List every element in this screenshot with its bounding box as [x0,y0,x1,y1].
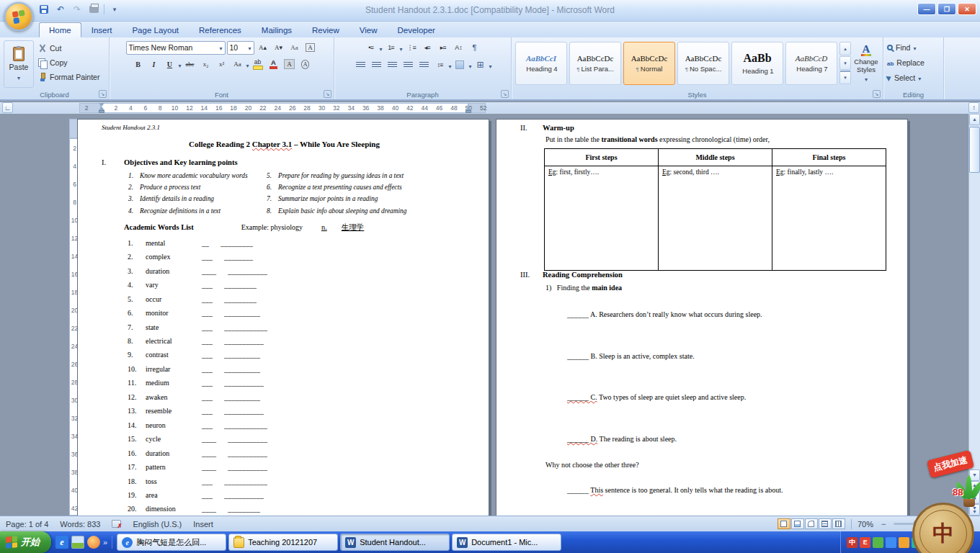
quick-launch-overflow-chevron[interactable]: » [103,538,107,547]
font-dialog-launcher[interactable] [324,90,331,98]
table-cell[interactable]: Eg: finally, lastly …. [772,166,886,271]
proofing-error-icon[interactable] [112,520,121,528]
left-indent-marker[interactable] [99,110,104,113]
sort-button[interactable] [452,40,466,55]
taskbar-window-button[interactable]: Teaching 20121207 [228,534,338,551]
style-card[interactable]: AaBbCcI Heading 4 [515,42,567,85]
style-card[interactable]: AaBbCcDc ¶List Para... [569,42,621,85]
style-card[interactable]: AaBbCcD Heading 7 [785,42,837,85]
document-page-1[interactable]: Student Handout 2.3.1 College Reading 2 … [77,119,489,516]
shrink-font-button[interactable] [272,40,286,55]
change-case-button[interactable] [231,57,245,71]
print-button[interactable] [87,3,100,16]
italic-button[interactable] [146,57,161,71]
ribbon-tab[interactable]: Developer [387,22,445,37]
enclose-characters-button[interactable] [298,57,313,71]
superscript-button[interactable] [215,57,229,71]
increase-indent-button[interactable] [436,40,450,55]
decrease-indent-button[interactable] [420,40,435,55]
chevron-down-icon[interactable] [468,58,471,71]
font-name-combo[interactable]: Times New Roman [126,41,226,55]
language-indicator[interactable]: English (U.S.) [133,520,182,529]
right-indent-box[interactable] [466,110,471,113]
tray-icon[interactable]: 中 [847,537,858,548]
chevron-down-icon[interactable] [178,58,181,71]
insert-mode-indicator[interactable]: Insert [193,520,213,529]
chevron-down-icon[interactable] [379,41,382,54]
draft-view-button[interactable] [832,518,845,529]
ribbon-tab[interactable]: View [349,22,388,37]
text-highlight-button[interactable] [251,57,265,71]
table-cell[interactable]: Eg: first, firstly…. [544,166,659,271]
justify-button[interactable] [401,58,415,72]
character-shading-button[interactable] [282,57,297,71]
grow-font-button[interactable] [256,40,270,55]
tray-icon[interactable] [899,537,909,548]
restore-button[interactable]: ❐ [937,3,956,15]
view-ruler-toggle-button[interactable] [968,102,979,113]
scrollbar-thumb[interactable] [969,127,980,173]
chevron-down-icon[interactable] [448,58,451,71]
bold-button[interactable] [130,57,145,71]
chevron-down-icon[interactable] [489,58,492,71]
ribbon-tab[interactable]: Mailings [251,22,302,37]
character-border-button[interactable] [303,40,318,55]
borders-button[interactable] [473,58,488,72]
copy-button[interactable]: Copy [37,56,101,69]
page-indicator[interactable]: Page: 1 of 4 [6,520,48,529]
strikethrough-button[interactable] [183,57,197,71]
office-button[interactable] [4,2,33,31]
ribbon-tab[interactable]: Review [302,22,349,37]
clipboard-dialog-launcher[interactable] [99,90,107,98]
outline-view-button[interactable] [819,518,832,529]
taskbar-window-button[interactable]: 胸闷气短是怎么回... [117,534,226,551]
tab-stop-selector[interactable] [2,102,13,113]
minimize-button[interactable]: — [917,3,936,15]
underline-button[interactable] [162,57,177,71]
print-layout-view-button[interactable] [778,518,790,529]
bullets-button[interactable] [363,40,378,55]
format-painter-button[interactable]: Format Painter [37,71,101,84]
zoom-level[interactable]: 70% [858,520,873,529]
word-count[interactable]: Words: 833 [60,520,100,529]
clear-formatting-button[interactable] [288,40,302,55]
find-button[interactable]: Find [887,41,940,54]
ribbon-tab[interactable]: Insert [81,22,122,37]
ribbon-tab[interactable]: Page Layout [122,22,189,37]
tray-icon[interactable]: E [860,537,870,548]
shading-button[interactable] [453,58,467,72]
table-cell[interactable]: Eg: second, third …. [658,166,772,271]
change-styles-button[interactable]: A Change Styles [853,40,879,86]
paste-button[interactable]: Paste [4,40,34,88]
numbering-button[interactable] [384,40,398,55]
show-hide-marks-button[interactable] [468,40,482,55]
replace-button[interactable]: Replace [887,56,940,69]
subscript-button[interactable] [199,57,213,71]
align-center-button[interactable] [369,58,383,72]
start-button[interactable]: 开始 [0,531,51,553]
font-color-button[interactable] [267,57,281,71]
media-player-icon[interactable] [87,536,100,549]
select-button[interactable]: Select [887,71,940,84]
style-card[interactable]: AaBb Heading 1 [731,42,783,85]
tray-icon[interactable] [873,537,883,548]
gallery-scroll-up-button[interactable]: ▴ [839,42,851,55]
styles-dialog-launcher[interactable] [873,90,881,98]
multilevel-list-button[interactable] [404,40,419,55]
ie-quick-launch-icon[interactable] [55,536,68,549]
gallery-more-button[interactable]: ▾ [839,71,851,84]
taskbar-window-button[interactable]: Student Handout... [340,534,450,551]
align-left-button[interactable] [353,58,368,72]
zoom-out-button[interactable]: − [879,519,888,529]
tray-icon[interactable] [886,537,896,548]
taskbar-window-button[interactable]: Document1 - Mic... [452,534,561,551]
paragraph-dialog-launcher[interactable] [501,90,509,98]
ribbon-tab[interactable]: References [189,22,251,37]
align-right-button[interactable] [385,58,399,72]
customize-qat-button[interactable] [108,3,121,16]
distributed-button[interactable] [416,58,431,72]
redo-button[interactable] [71,3,84,16]
chevron-down-icon[interactable] [400,41,403,54]
horizontal-ruler[interactable]: 2246810121416182022242628303234363840424… [79,102,494,114]
gallery-scroll-down-button[interactable]: ▾ [839,56,851,70]
